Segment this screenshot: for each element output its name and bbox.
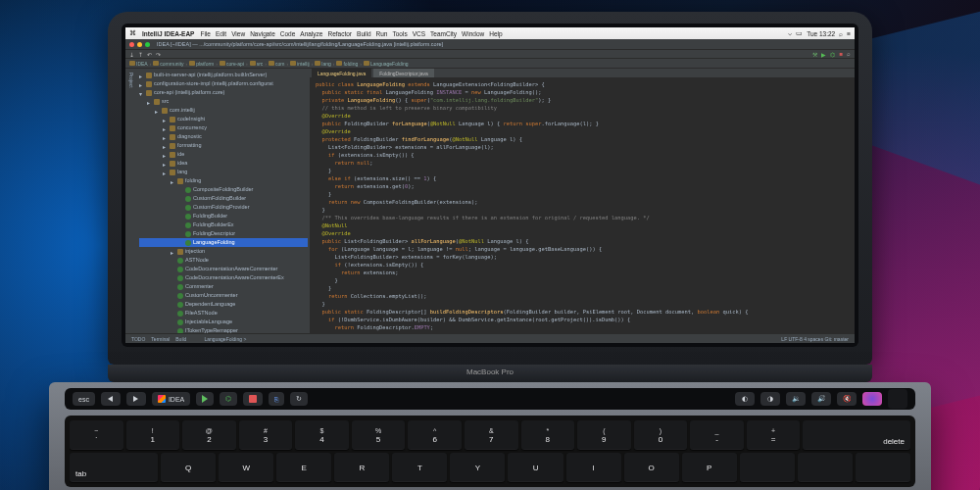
tree-item[interactable]: DependentLanguage: [139, 300, 308, 309]
touchbar-mute-icon[interactable]: 🔇: [837, 392, 857, 406]
key-7[interactable]: &7: [465, 420, 518, 450]
breadcrumb-item[interactable]: community: [153, 61, 183, 67]
keyboard[interactable]: ~`!1@2#3$4%5^6&7*8(9)0_-+=delete tabQWER…: [65, 416, 915, 487]
status-right[interactable]: LF UTF-8 4 spaces Git: master: [781, 336, 849, 342]
tree-item[interactable]: CodeDocumentationAwareCommenterEx: [139, 273, 308, 282]
stop-icon[interactable]: ■: [839, 51, 843, 57]
wifi-icon[interactable]: ⌵: [788, 29, 792, 37]
touchbar-siri-icon[interactable]: [862, 392, 882, 406]
key-u[interactable]: U: [508, 453, 563, 482]
tree-item[interactable]: ▸codeInsight: [139, 115, 308, 123]
redo-icon[interactable]: ↷: [156, 51, 161, 58]
battery-icon[interactable]: ▭: [796, 29, 803, 37]
key-w[interactable]: W: [219, 453, 273, 482]
menu-vcs[interactable]: VCS: [413, 30, 425, 37]
clock[interactable]: Tue 13:22: [807, 30, 835, 37]
key-4[interactable]: $4: [295, 420, 349, 450]
app-name[interactable]: IntelliJ IDEA-EAP: [142, 30, 194, 37]
key-y[interactable]: Y: [450, 453, 505, 482]
status-bar[interactable]: TODO Terminal Build LanguageFolding > LF…: [125, 333, 855, 343]
tree-item[interactable]: FoldingDescriptor: [139, 229, 308, 238]
key-blank[interactable]: [740, 453, 795, 482]
menu-code[interactable]: Code: [280, 30, 296, 37]
touchbar-commit-icon[interactable]: ⎘: [269, 392, 284, 406]
key-r[interactable]: R: [334, 453, 389, 482]
key-3[interactable]: #3: [239, 420, 293, 450]
undo-icon[interactable]: ↶: [147, 51, 152, 58]
menu-view[interactable]: View: [231, 30, 245, 37]
key-`[interactable]: ~`: [70, 420, 123, 450]
zoom-icon[interactable]: [145, 42, 150, 47]
build-icon[interactable]: ⚒: [812, 51, 817, 58]
key-0[interactable]: )0: [634, 420, 688, 450]
key-t[interactable]: T: [392, 453, 447, 482]
menu-edit[interactable]: Edit: [216, 30, 226, 37]
tree-item[interactable]: FileASTNode: [139, 309, 308, 318]
touchbar-volume-up-icon[interactable]: 🔊: [811, 392, 831, 406]
touch-id-sensor[interactable]: [888, 389, 907, 409]
menu-analyze[interactable]: Analyze: [300, 30, 322, 37]
key-q[interactable]: Q: [161, 453, 216, 482]
touch-bar[interactable]: esc IDEA ⌬ ⎘ ↻ ◐ ◑ 🔉 🔊 🔇: [65, 388, 915, 410]
key-o[interactable]: O: [624, 453, 679, 482]
tree-item[interactable]: FoldingBuilderEx: [139, 220, 308, 229]
breadcrumb-bar[interactable]: IDEA›community›platform›core-api›src›com…: [125, 59, 855, 69]
tree-module[interactable]: ▸built-in-server-api (intellij.platform.…: [139, 71, 308, 79]
breadcrumb-item[interactable]: lang: [315, 61, 330, 67]
key-blank[interactable]: [856, 453, 910, 482]
save-icon[interactable]: ⤒: [138, 51, 143, 58]
tree-item[interactable]: Commenter: [139, 282, 308, 291]
touchbar-volume-down-icon[interactable]: 🔉: [786, 392, 806, 406]
main-toolbar[interactable]: ⤓ ⤒ ↶ ↷ ⚒ ▶ ⌬ ■ ⌕: [125, 49, 855, 59]
breadcrumb-item[interactable]: IDEA: [129, 61, 148, 67]
touchbar-debug-icon[interactable]: ⌬: [220, 392, 237, 406]
editor-tab[interactable]: FoldingDescriptor.java: [373, 69, 433, 77]
menu-window[interactable]: Window: [462, 30, 484, 37]
tree-item[interactable]: CompositeFoldingBuilder: [139, 185, 308, 194]
run-icon[interactable]: ▶: [821, 51, 826, 58]
status-build[interactable]: Build: [175, 336, 186, 342]
tree-item[interactable]: ▸folding: [139, 176, 308, 185]
tree-item[interactable]: ▸injection: [139, 247, 308, 256]
breadcrumb-item[interactable]: LanguageFolding: [364, 61, 409, 67]
tree-module[interactable]: ▾core-api (intellij.platform.core): [139, 88, 308, 97]
key-blank[interactable]: [798, 453, 853, 482]
project-tool-tab[interactable]: Project: [128, 73, 134, 88]
key-p[interactable]: P: [682, 453, 737, 482]
touchbar-idea-button[interactable]: IDEA: [152, 392, 190, 406]
key-tab[interactable]: tab: [70, 453, 158, 482]
editor-tabs[interactable]: LanguageFolding.javaFoldingDescriptor.ja…: [310, 69, 855, 78]
key-=[interactable]: +=: [747, 420, 801, 450]
tree-item[interactable]: CustomFoldingBuilder: [139, 194, 308, 203]
breadcrumb-item[interactable]: src: [250, 61, 264, 67]
search-icon[interactable]: ⌕: [847, 51, 851, 57]
tree-item[interactable]: InjectableLanguage: [139, 318, 308, 326]
tree-item[interactable]: CustomUncommenter: [139, 291, 308, 300]
tree-item[interactable]: ▸com.intellij: [139, 106, 308, 115]
menu-refactor[interactable]: Refactor: [327, 30, 352, 37]
touchbar-run-icon[interactable]: [196, 392, 214, 406]
key-delete[interactable]: delete: [803, 420, 910, 450]
macos-menubar[interactable]: ⌘ IntelliJ IDEA-EAP FileEditViewNavigate…: [125, 27, 855, 39]
tree-item[interactable]: CodeDocumentationAwareCommenter: [139, 265, 308, 273]
menu-tools[interactable]: Tools: [392, 30, 407, 37]
tree-item[interactable]: ▸concurrency: [139, 123, 308, 132]
tree-item[interactable]: ▸lang: [139, 168, 308, 176]
touchbar-update-icon[interactable]: ↻: [290, 392, 308, 406]
key-5[interactable]: %5: [352, 420, 406, 450]
menu-build[interactable]: Build: [357, 30, 370, 37]
touchbar-esc[interactable]: esc: [73, 392, 95, 406]
key-i[interactable]: I: [566, 453, 621, 482]
tree-item[interactable]: ASTNode: [139, 256, 308, 265]
tree-item[interactable]: ▸diagnostic: [139, 132, 308, 141]
tree-module[interactable]: ▸configuration-store-impl (intellij.plat…: [139, 79, 308, 88]
spotlight-icon[interactable]: ⌕: [839, 30, 843, 37]
breadcrumb-item[interactable]: platform: [189, 61, 214, 67]
apple-menu-icon[interactable]: ⌘: [129, 29, 136, 37]
editor-tab[interactable]: LanguageFolding.java: [312, 69, 371, 77]
code-editor[interactable]: public class LanguageFolding extends Lan…: [310, 78, 855, 333]
touchbar-forward-icon[interactable]: [126, 392, 146, 406]
breadcrumb-item[interactable]: folding: [336, 61, 358, 67]
tree-item[interactable]: ▸src: [139, 97, 308, 106]
key--[interactable]: _-: [690, 420, 744, 450]
